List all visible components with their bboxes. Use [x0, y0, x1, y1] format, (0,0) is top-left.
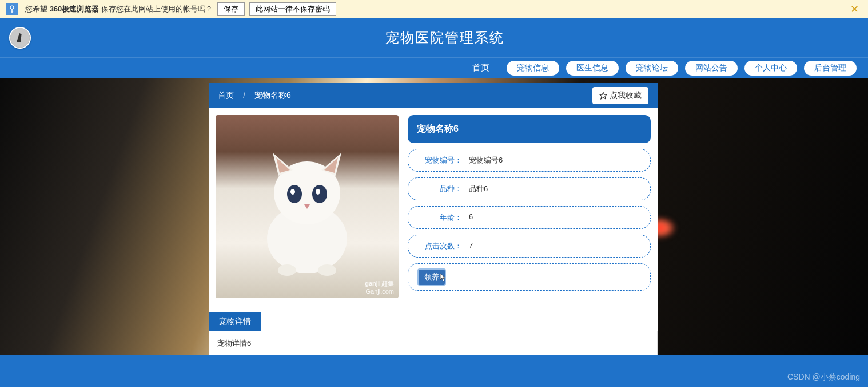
info-label: 宠物编号： — [417, 155, 469, 165]
info-row-clicks: 点击次数： 7 — [408, 235, 651, 258]
info-row-id: 宠物编号： 宠物编号6 — [408, 149, 651, 172]
key-icon — [6, 3, 18, 15]
info-row-age: 年龄： 6 — [408, 206, 651, 229]
csdn-watermark: CSDN @小蔡coding — [787, 372, 860, 382]
nav-home[interactable]: 首页 — [462, 62, 500, 73]
nav-doctor-info[interactable]: 医生信息 — [566, 61, 619, 76]
svg-point-7 — [287, 185, 302, 203]
nav-pet-info[interactable]: 宠物信息 — [507, 61, 559, 76]
breadcrumb: 首页 / 宠物名称6 点我收藏 — [209, 83, 658, 108]
tab-content: 宠物详情6 — [209, 331, 658, 356]
site-header: 宠物医院管理系统 — [0, 18, 868, 57]
password-save-bar: 您希望 360极速浏览器 保存您在此网站上使用的帐号吗？ 保存 此网站一律不保存… — [0, 0, 868, 18]
info-value: 宠物编号6 — [469, 155, 503, 165]
svg-marker-4 — [600, 92, 607, 99]
adopt-button[interactable]: 领养 — [417, 268, 446, 286]
info-value: 6 — [469, 212, 473, 223]
info-label: 品种： — [417, 184, 469, 194]
svg-point-10 — [316, 189, 320, 195]
svg-point-12 — [318, 264, 336, 276]
password-save-text: 您希望 360极速浏览器 保存您在此网站上使用的帐号吗？ — [25, 4, 213, 14]
avatar[interactable] — [9, 27, 31, 49]
info-value: 7 — [469, 241, 473, 251]
nav-pet-forum[interactable]: 宠物论坛 — [626, 61, 678, 76]
close-icon[interactable]: ✕ — [847, 3, 862, 15]
never-save-password-button[interactable]: 此网站一律不保存密码 — [249, 2, 336, 16]
action-row: 领养 — [408, 263, 651, 291]
info-value: 品种6 — [469, 184, 488, 194]
image-watermark: ganji 赶集 Ganji.com — [365, 279, 394, 295]
info-label: 年龄： — [417, 212, 469, 223]
page-title: 宠物医院管理系统 — [31, 29, 859, 47]
pet-name-heading: 宠物名称6 — [408, 115, 651, 143]
svg-point-8 — [312, 185, 327, 203]
favorite-button[interactable]: 点我收藏 — [592, 87, 648, 104]
content-card: 首页 / 宠物名称6 点我收藏 — [209, 83, 658, 356]
cursor-icon — [439, 273, 447, 282]
favorite-label: 点我收藏 — [610, 90, 642, 101]
tab-pet-detail[interactable]: 宠物详情 — [209, 312, 261, 331]
nav-admin[interactable]: 后台管理 — [804, 61, 857, 76]
breadcrumb-current: 宠物名称6 — [254, 90, 291, 101]
detail-tabs: 宠物详情 宠物详情6 — [209, 312, 658, 356]
svg-rect-1 — [11, 9, 13, 13]
svg-point-9 — [290, 189, 295, 195]
nav-announcement[interactable]: 网站公告 — [685, 61, 738, 76]
breadcrumb-separator: / — [243, 91, 245, 100]
info-label: 点击次数： — [417, 241, 469, 251]
svg-rect-2 — [11, 11, 13, 11]
pet-image: ganji 赶集 Ganji.com — [216, 115, 399, 298]
breadcrumb-home[interactable]: 首页 — [218, 90, 234, 101]
star-icon — [599, 92, 607, 100]
adopt-label: 领养 — [424, 273, 439, 281]
save-password-button[interactable]: 保存 — [217, 2, 245, 16]
pet-info-panel: 宠物名称6 宠物编号： 宠物编号6 品种： 品种6 年龄： 6 点击次数： 7 … — [408, 115, 651, 298]
main-nav: 首页 宠物信息 医生信息 宠物论坛 网站公告 个人中心 后台管理 — [0, 57, 868, 78]
info-row-breed: 品种： 品种6 — [408, 177, 651, 200]
footer — [0, 355, 868, 387]
nav-user-center[interactable]: 个人中心 — [744, 61, 797, 76]
svg-point-11 — [278, 264, 296, 276]
